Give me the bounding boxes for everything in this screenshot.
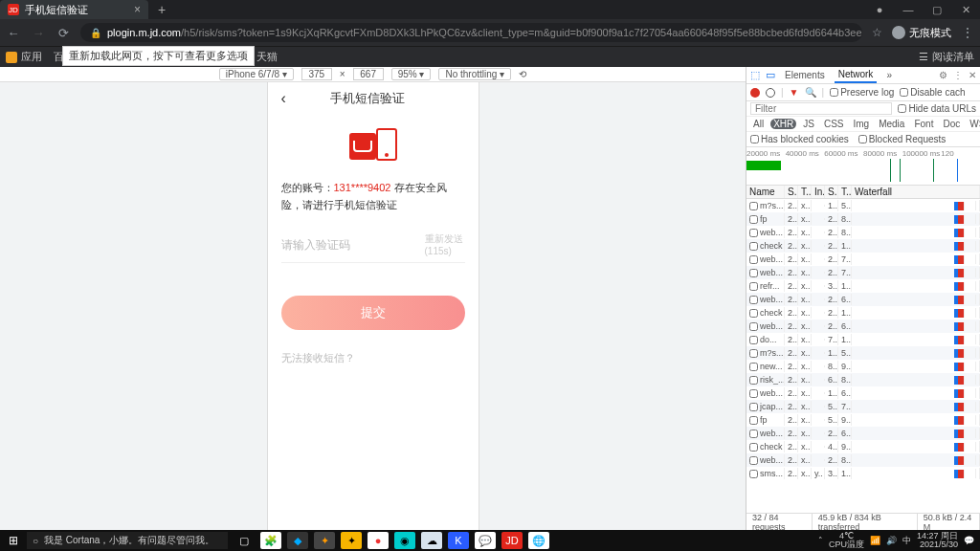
network-row[interactable]: web...2..x..2..7..: [746, 266, 980, 279]
type-filter-js[interactable]: JS: [800, 119, 817, 129]
app-icon[interactable]: ✦: [341, 532, 362, 549]
type-filter-media[interactable]: Media: [876, 119, 907, 129]
close-tab-icon[interactable]: ×: [134, 3, 141, 16]
app-icon[interactable]: ✦: [314, 532, 335, 549]
preserve-log-checkbox[interactable]: Preserve log: [830, 87, 894, 98]
app-icon[interactable]: 💬: [475, 532, 496, 549]
type-filter-all[interactable]: All: [750, 119, 767, 129]
clock[interactable]: 14:27 周日 2021/5/30: [917, 532, 958, 549]
app-icon[interactable]: 🧩: [260, 532, 281, 549]
network-timeline[interactable]: 20000 ms40000 ms60000 ms80000 ms100000 m…: [746, 147, 980, 186]
bookmark-star-icon[interactable]: ☆: [872, 26, 882, 39]
app-icon[interactable]: ●: [368, 532, 389, 549]
network-row[interactable]: jcap...2..x..5..7..: [746, 400, 980, 413]
network-row[interactable]: web...2..x..2..6..: [746, 320, 980, 333]
record-button-icon[interactable]: [750, 88, 760, 98]
tmall-bookmark[interactable]: 天猫: [256, 50, 278, 64]
wifi-icon[interactable]: 📶: [870, 536, 880, 545]
devtools-menu-icon[interactable]: ⋮: [953, 70, 963, 80]
record-icon[interactable]: ●: [865, 4, 894, 16]
settings-gear-icon[interactable]: ⚙: [939, 70, 947, 80]
rotate-icon[interactable]: ⟲: [519, 69, 526, 79]
network-row[interactable]: fp2..x..2..8..: [746, 212, 980, 226]
network-row[interactable]: m?s...2..x..1..5..: [746, 199, 980, 212]
address-bar[interactable]: 🔒 plogin.m.jd.com /h5/risk/sms?token=1s9…: [80, 23, 862, 42]
volume-icon[interactable]: 🔊: [886, 536, 897, 545]
zoom-select[interactable]: 95% ▾: [391, 68, 432, 80]
ime-icon[interactable]: 中: [902, 535, 911, 547]
browser-tab[interactable]: JD 手机短信验证 ×: [0, 0, 148, 19]
throttling-select[interactable]: No throttling ▾: [438, 68, 511, 80]
network-row[interactable]: web...2..x..2..8..: [746, 453, 980, 467]
cortana-search[interactable]: ○ 我是 Cortana，小娜。有问题尽管问我。: [27, 532, 228, 549]
type-filter-doc[interactable]: Doc: [940, 119, 963, 129]
elements-tab[interactable]: Elements: [781, 68, 829, 82]
search-icon[interactable]: 🔍: [805, 87, 816, 98]
task-view-icon[interactable]: ▢: [234, 532, 255, 549]
network-row[interactable]: check2..x..2..1...: [746, 306, 980, 320]
notifications-icon[interactable]: 💬: [964, 536, 974, 545]
col-status[interactable]: S..: [785, 186, 798, 198]
blocked-cookies-checkbox[interactable]: Has blocked cookies: [750, 134, 849, 144]
network-row[interactable]: web...2..x..2..6..: [746, 427, 980, 440]
network-row[interactable]: web...2..x..2..8..: [746, 226, 980, 239]
network-row[interactable]: sms...2..x..y..3..1...: [746, 467, 980, 480]
col-waterfall[interactable]: Waterfall: [852, 186, 980, 198]
viewport-width[interactable]: 375: [301, 68, 332, 80]
app-icon[interactable]: ◉: [394, 532, 415, 549]
chrome-icon[interactable]: 🌐: [528, 532, 549, 549]
cant-receive-link[interactable]: 无法接收短信？: [281, 351, 465, 365]
chrome-menu-icon[interactable]: ⋮: [961, 25, 974, 40]
network-row[interactable]: risk_...2..x..6..8..: [746, 373, 980, 386]
start-button[interactable]: ⊞: [0, 534, 27, 547]
filter-input[interactable]: [750, 102, 892, 115]
resend-button[interactable]: 重新发送(115s): [425, 232, 465, 256]
viewport-height[interactable]: 667: [353, 68, 384, 80]
clear-icon[interactable]: [766, 88, 775, 98]
blocked-requests-checkbox[interactable]: Blocked Requests: [858, 134, 947, 144]
disable-cache-checkbox[interactable]: Disable cach: [900, 87, 965, 98]
tray-chevron-icon[interactable]: ˄: [818, 536, 823, 545]
maximize-icon[interactable]: ▢: [923, 4, 951, 16]
back-icon[interactable]: ←: [6, 26, 21, 40]
network-row[interactable]: do...2..x..7..1...: [746, 333, 980, 346]
submit-button[interactable]: 提交: [281, 296, 465, 330]
col-type[interactable]: T..: [798, 186, 812, 198]
apps-bookmark[interactable]: 应用: [6, 50, 42, 64]
code-input[interactable]: [281, 238, 425, 252]
network-row[interactable]: web...2..x..1..6..: [746, 386, 980, 400]
network-row[interactable]: web...2..x..2..6..: [746, 293, 980, 306]
hide-data-urls-checkbox[interactable]: Hide data URLs: [898, 103, 976, 114]
device-select[interactable]: iPhone 6/7/8 ▾: [219, 68, 294, 80]
network-row[interactable]: m?s...2..x..1..5..: [746, 346, 980, 360]
reload-icon[interactable]: ⟳: [56, 26, 71, 40]
reading-list-button[interactable]: ☰阅读清单: [919, 50, 974, 64]
new-tab-button[interactable]: +: [148, 2, 175, 17]
col-initiator[interactable]: In..: [812, 186, 825, 198]
type-filter-xhr[interactable]: XHR: [770, 119, 796, 129]
col-size[interactable]: S..: [825, 186, 838, 198]
col-time[interactable]: T..: [838, 186, 852, 198]
inspect-icon[interactable]: ⬚: [750, 69, 760, 81]
app-icon[interactable]: K: [448, 532, 469, 549]
type-filter-ws[interactable]: WS: [967, 119, 980, 129]
type-filter-font[interactable]: Font: [911, 119, 936, 129]
network-tab[interactable]: Network: [835, 67, 878, 83]
app-icon[interactable]: ☁: [421, 532, 442, 549]
network-row[interactable]: new...2..x..8..9..: [746, 360, 980, 373]
network-row[interactable]: refr...2..x..3..1...: [746, 279, 980, 293]
devtools-close-icon[interactable]: ✕: [969, 70, 976, 80]
minimize-icon[interactable]: —: [894, 4, 923, 16]
network-row[interactable]: check2..x..4..9..: [746, 440, 980, 453]
close-window-icon[interactable]: ✕: [951, 4, 980, 16]
network-row[interactable]: web...2..x..2..7..: [746, 253, 980, 266]
network-row[interactable]: check2..x..2..1...: [746, 239, 980, 253]
app-icon[interactable]: JD: [501, 532, 523, 549]
type-filter-img[interactable]: Img: [850, 119, 872, 129]
device-mode-icon[interactable]: ▭: [766, 69, 775, 81]
app-icon[interactable]: ◆: [287, 532, 308, 549]
col-name[interactable]: Name: [746, 186, 785, 198]
filter-icon[interactable]: ▼: [790, 87, 799, 98]
type-filter-css[interactable]: CSS: [821, 119, 847, 129]
more-tabs[interactable]: »: [882, 68, 896, 82]
